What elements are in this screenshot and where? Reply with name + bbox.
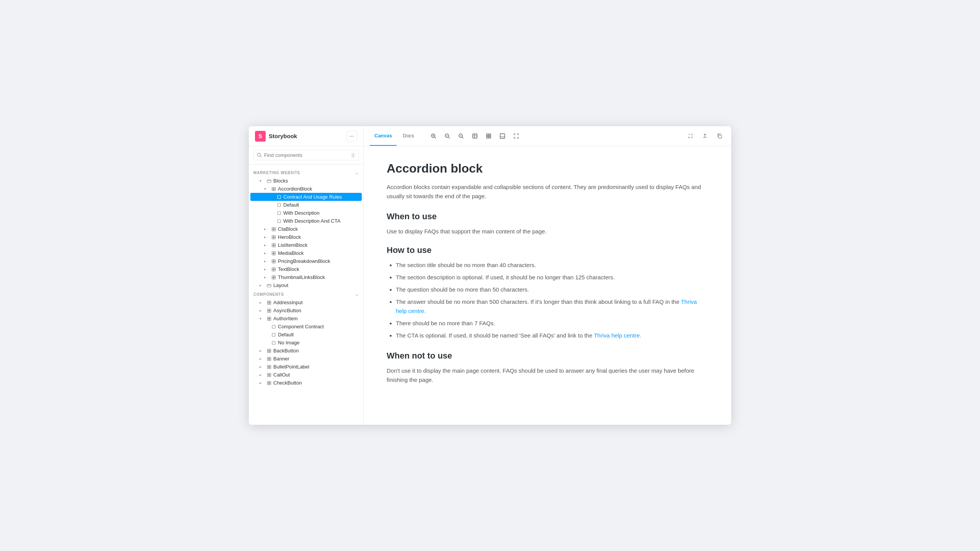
zoom-in-button[interactable] (428, 130, 439, 142)
svg-rect-73 (268, 351, 269, 352)
sidebar-item-hero-block[interactable]: ▸ HeroBlock (250, 233, 362, 241)
panel-button[interactable] (497, 130, 508, 142)
sidebar-item-contract-usage[interactable]: Contract And Usage Rules (250, 193, 362, 201)
section-chevron-marketing: ⌄ (355, 170, 359, 175)
svg-rect-37 (272, 245, 274, 247)
list-item: The CTA is optional. If used, it should … (396, 331, 708, 340)
svg-rect-74 (270, 351, 271, 352)
svg-rect-80 (270, 365, 271, 367)
svg-rect-51 (272, 276, 274, 277)
fullscreen-button[interactable] (511, 130, 522, 142)
hero-block-label: HeroBlock (278, 234, 301, 240)
component-contract-label: Component Contract (278, 324, 324, 329)
svg-rect-12 (487, 137, 488, 139)
svg-line-8 (462, 137, 464, 139)
more-menu-button[interactable]: ··· (346, 131, 357, 142)
thriva-link-2[interactable]: Thriva help centre. (594, 332, 641, 339)
svg-rect-57 (270, 301, 271, 302)
cta-block-label: CtaBlock (278, 226, 298, 232)
svg-rect-47 (272, 267, 274, 269)
sidebar-item-thumbnail-links-block[interactable]: ▸ ThumbnailLinksBlock (250, 273, 362, 281)
component-icon (271, 267, 276, 272)
svg-point-16 (258, 153, 261, 156)
svg-rect-82 (270, 367, 271, 368)
sidebar-item-component-contract[interactable]: Component Contract (250, 323, 362, 331)
zoom-out-button[interactable] (442, 130, 453, 142)
svg-rect-54 (274, 277, 276, 279)
share-button[interactable] (699, 130, 710, 142)
main-body: / MARKETING WEBSITE ⌄ ▾ Blocks (249, 146, 731, 425)
section-header-marketing[interactable]: MARKETING WEBSITE ⌄ (249, 168, 363, 177)
tab-canvas[interactable]: Canvas (370, 126, 397, 146)
search-input[interactable] (264, 152, 349, 158)
svg-rect-35 (272, 243, 274, 245)
sidebar-item-check-button[interactable]: ▸ CheckButton (250, 379, 362, 387)
copy-button[interactable] (714, 130, 725, 142)
reset-zoom-button[interactable] (456, 130, 467, 142)
svg-rect-26 (278, 220, 281, 223)
sidebar-item-media-block[interactable]: ▸ MediaBlock (250, 249, 362, 257)
layout-label: Layout (273, 282, 288, 288)
expand-button[interactable] (684, 130, 696, 142)
search-input-wrap[interactable]: / (253, 150, 359, 160)
svg-rect-25 (278, 212, 281, 215)
svg-rect-84 (270, 373, 271, 375)
story-icon (276, 203, 282, 207)
svg-rect-15 (719, 135, 722, 138)
pricing-block-label: PricingBreakdownBlock (278, 258, 330, 264)
section-label-marketing: MARKETING WEBSITE (253, 171, 301, 175)
svg-rect-70 (272, 341, 275, 344)
sidebar-item-address-input[interactable]: ▸ AddressInput (250, 298, 362, 306)
component-icon (271, 235, 276, 240)
sidebar-item-default[interactable]: Default (250, 201, 362, 209)
media-block-label: MediaBlock (278, 250, 304, 256)
sidebar-item-pricing-block[interactable]: ▸ PricingBreakdownBlock (250, 257, 362, 265)
svg-rect-69 (272, 333, 275, 336)
section-when-to-use-body: Use to display FAQs that support the mai… (387, 227, 708, 236)
section-header-components[interactable]: COMPONENTS ⌄ (249, 289, 363, 298)
svg-rect-71 (268, 349, 269, 350)
chevron-right-icon: ▸ (264, 251, 270, 255)
sidebar-item-accordion-block[interactable]: ▾ AccordionBlock (250, 185, 362, 193)
svg-rect-88 (270, 381, 271, 383)
sidebar-item-author-item[interactable]: ▾ AuthorItem (250, 315, 362, 323)
svg-rect-53 (272, 277, 274, 279)
top-bar: S Storybook ··· Canvas Docs (249, 126, 731, 146)
sidebar-item-async-button[interactable]: ▸ AsyncButton (250, 306, 362, 315)
sidebar-item-blocks[interactable]: ▾ Blocks (250, 177, 362, 185)
logo-wrap: S Storybook (255, 131, 346, 142)
sidebar-item-banner[interactable]: ▸ Banner (250, 355, 362, 363)
chevron-right-icon: ▸ (264, 235, 270, 239)
svg-rect-76 (270, 357, 271, 359)
svg-rect-65 (270, 317, 271, 318)
with-description-cta-label: With Description And CTA (283, 218, 340, 224)
sidebar-item-back-button[interactable]: ▸ BackButton (250, 347, 362, 355)
svg-rect-81 (268, 367, 269, 368)
sidebar-item-bullet-point-label[interactable]: ▸ BulletPointLabel (250, 363, 362, 371)
sidebar-item-with-description[interactable]: With Description (250, 209, 362, 217)
sidebar-item-default2[interactable]: Default (250, 331, 362, 339)
thriva-link-1[interactable]: Thriva help centre. (396, 298, 697, 314)
grid-button[interactable] (483, 130, 495, 142)
story-icon (271, 333, 276, 337)
how-to-use-list: The section title should be no more than… (387, 261, 708, 340)
thumbnail-links-block-label: ThumbnailLinksBlock (278, 274, 325, 280)
svg-rect-66 (268, 319, 269, 320)
sidebar-item-call-out[interactable]: ▸ CallOut (250, 371, 362, 379)
async-button-label: AsyncButton (273, 308, 301, 313)
svg-rect-50 (274, 269, 276, 271)
sidebar-item-text-block[interactable]: ▸ TextBlock (250, 265, 362, 273)
component-icon (266, 381, 272, 385)
sidebar-scroll: MARKETING WEBSITE ⌄ ▾ Blocks ▾ (249, 165, 363, 425)
sidebar-item-list-item-block[interactable]: ▸ ListItemBlock (250, 241, 362, 249)
sidebar: / MARKETING WEBSITE ⌄ ▾ Blocks (249, 146, 364, 425)
background-button[interactable] (469, 130, 481, 142)
svg-rect-79 (268, 365, 269, 367)
sidebar-item-with-description-cta[interactable]: With Description And CTA (250, 217, 362, 225)
tab-docs[interactable]: Docs (398, 126, 419, 146)
chevron-right-icon: ▸ (260, 381, 265, 385)
sidebar-item-no-image[interactable]: No Image (250, 339, 362, 347)
svg-rect-29 (272, 229, 274, 231)
sidebar-item-cta-block[interactable]: ▸ CtaBlock (250, 225, 362, 233)
sidebar-item-layout[interactable]: ▸ Layout (250, 281, 362, 289)
